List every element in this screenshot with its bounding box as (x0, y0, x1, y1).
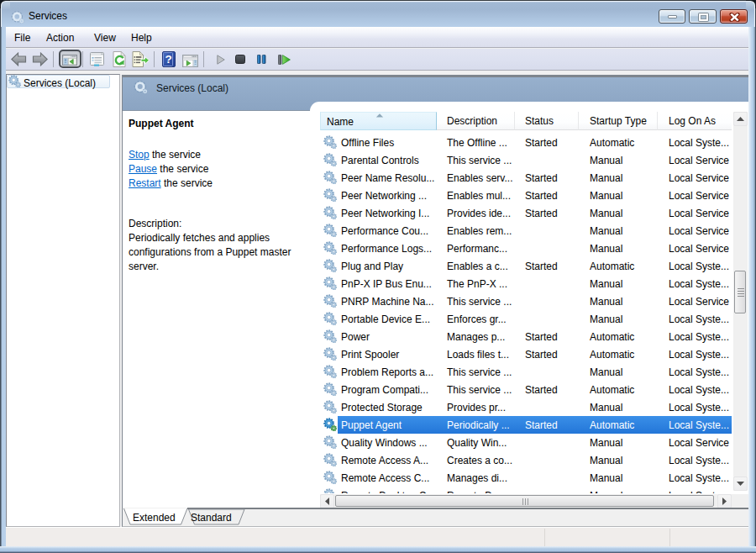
svg-text:?: ? (165, 53, 171, 66)
